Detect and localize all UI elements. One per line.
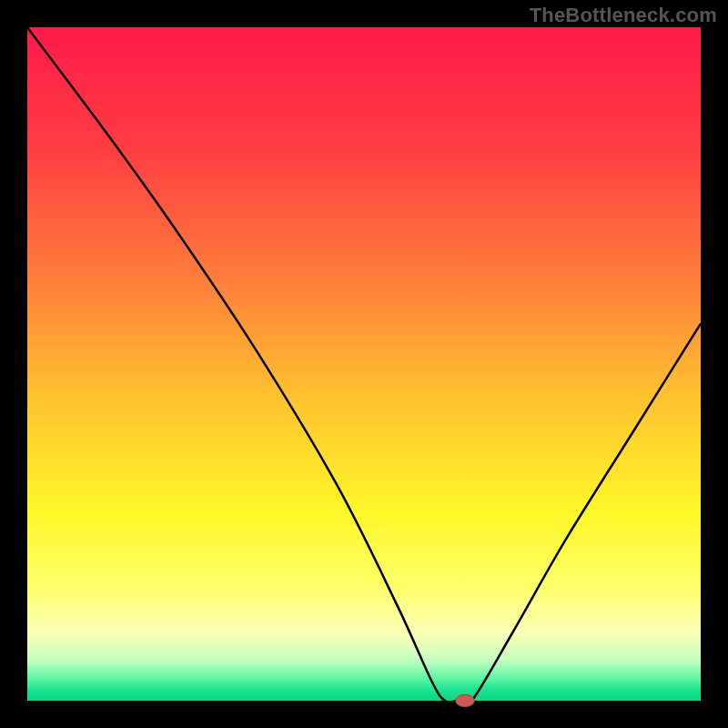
plot-background <box>27 27 701 701</box>
optimal-marker <box>456 694 475 706</box>
watermark-text: TheBottleneck.com <box>530 4 717 27</box>
bottleneck-chart <box>0 0 728 728</box>
chart-frame: TheBottleneck.com <box>0 0 728 728</box>
